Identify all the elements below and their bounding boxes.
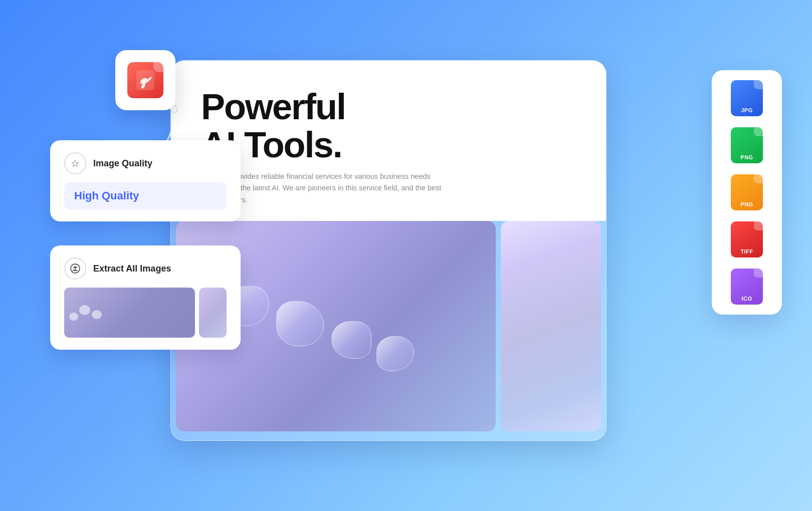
right-panel-inner [501, 221, 601, 431]
extract-thumbnails [64, 288, 227, 338]
extract-upload-icon [64, 258, 86, 280]
drop-4 [331, 321, 371, 359]
extract-card-header: Extract All Images [64, 258, 227, 280]
ico-icon: ICO [731, 269, 763, 305]
scene: Powerful AI Tools. Casbank provides reli… [30, 30, 782, 481]
file-format-tiff[interactable]: TIFF [720, 221, 774, 258]
thumbnail-left [64, 288, 195, 338]
thumbnail-right [199, 288, 227, 338]
pdf-card [115, 50, 175, 110]
quality-star-icon: ☆ [64, 152, 86, 174]
main-title: Powerful AI Tools. [201, 88, 576, 164]
file-format-ico[interactable]: ICO [720, 269, 774, 305]
pdf-icon [127, 62, 163, 98]
file-format-png-green[interactable]: PNG [720, 127, 774, 163]
image-quality-card[interactable]: ☆ Image Quality High Quality [50, 140, 241, 221]
png-green-icon: PNG [731, 127, 763, 163]
extract-card-title: Extract All Images [93, 264, 171, 274]
tiff-icon: TIFF [731, 221, 763, 258]
file-format-png-orange[interactable]: PNG [720, 174, 774, 210]
extract-images-card[interactable]: Extract All Images [50, 245, 241, 350]
quality-card-header: ☆ Image Quality [64, 152, 227, 174]
quality-badge[interactable]: High Quality [64, 182, 227, 209]
right-image-panel [501, 221, 601, 431]
file-format-jpg[interactable]: JPG [720, 80, 774, 116]
drop-5 [376, 336, 414, 371]
drop-3 [276, 301, 324, 346]
file-format-sidebar: JPG PNG PNG TIFF ICO [712, 70, 782, 315]
quality-card-title: Image Quality [93, 158, 152, 169]
jpg-icon: JPG [731, 80, 763, 116]
png-orange-icon: PNG [731, 174, 763, 210]
pdf-icon-svg [134, 69, 156, 91]
